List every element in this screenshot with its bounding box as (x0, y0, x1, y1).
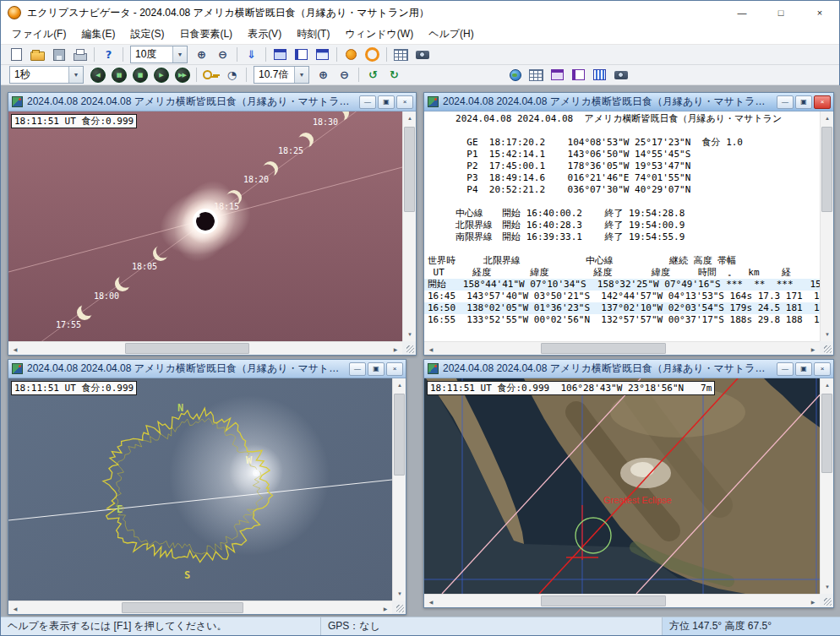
menu-file[interactable]: ファイル(F) (4, 24, 74, 44)
map-hscrollbar[interactable]: ◀▶ (424, 594, 820, 607)
corona-restore-button[interactable]: ▣ (368, 362, 385, 376)
import-elements-button[interactable]: ⇓ (241, 46, 262, 64)
corona-view-button[interactable] (362, 46, 383, 64)
scrollbar-track[interactable] (821, 392, 833, 580)
time-dial-button[interactable]: ◔ (221, 66, 243, 84)
help-button[interactable]: ? (98, 46, 119, 64)
sim-view[interactable]: 17:5518:0018:0518:1518:2018:2518:30 18:1… (8, 111, 402, 341)
scroll-left-button[interactable]: ◀ (8, 342, 22, 356)
resize-grip[interactable] (820, 594, 833, 607)
menu-time[interactable]: 時刻(T) (289, 24, 337, 44)
resize-grip[interactable] (402, 341, 416, 355)
data-hscrollbar[interactable]: ◀▶ (424, 341, 820, 355)
contact-window-button[interactable] (547, 66, 568, 84)
resize-grip[interactable] (392, 601, 406, 614)
scrollbar-thumb[interactable] (122, 602, 243, 613)
capture-button[interactable] (610, 66, 631, 84)
new-file-button[interactable] (6, 46, 27, 64)
scroll-down-button[interactable]: ▼ (821, 580, 834, 594)
map-vscrollbar[interactable]: ▲▼ (820, 378, 833, 594)
data-view-button[interactable] (291, 46, 312, 64)
scroll-left-button[interactable]: ◀ (424, 342, 438, 356)
scrollbar-track[interactable] (403, 125, 416, 328)
eclipse-data-view[interactable]: 2024.04.08 2024.04.08 アメリカ横断皆既日食（月縁あり・マサ… (424, 111, 820, 341)
scroll-up-button[interactable]: ▲ (403, 111, 417, 125)
chevron-down-icon[interactable]: ▼ (172, 46, 187, 63)
menu-help[interactable]: ヘルプ(H) (421, 24, 482, 44)
map-window-titlebar[interactable]: 2024.04.08 2024.04.08 アメリカ横断皆既日食（月縁あり・マサ… (424, 360, 833, 378)
sun-view-button[interactable] (341, 46, 362, 64)
corona-close-button[interactable]: × (386, 362, 403, 376)
scrollbar-track[interactable] (438, 595, 806, 607)
scrollbar-thumb[interactable] (541, 595, 666, 606)
corona-vscrollbar[interactable]: ▲▼ (392, 378, 406, 601)
menu-eclipse-elements[interactable]: 日食要素(L) (172, 24, 240, 44)
scrollbar-track[interactable] (393, 392, 406, 587)
scrollbar-track[interactable] (22, 342, 389, 355)
menu-settings[interactable]: 設定(S) (123, 24, 172, 44)
play-button[interactable]: ▶ (150, 66, 172, 84)
magnification-select[interactable]: 10.7倍▼ (254, 66, 309, 84)
map-view-button[interactable] (312, 46, 333, 64)
maximize-button[interactable]: □ (761, 1, 800, 24)
rotate-left-button[interactable]: ↺ (363, 66, 384, 84)
local-circumstances-button[interactable] (526, 66, 547, 84)
scroll-right-button[interactable]: ▶ (379, 601, 392, 615)
menu-window[interactable]: ウィンドウ(W) (337, 24, 421, 44)
sim-vscrollbar[interactable]: ▲▼ (402, 111, 416, 341)
zoom-out-button[interactable]: ⊖ (212, 46, 233, 64)
mag-zoom-in-button[interactable]: ⊕ (313, 66, 334, 84)
play-reverse-button[interactable]: ◀ (87, 66, 108, 84)
scrollbar-track[interactable] (438, 342, 806, 355)
corona-hscrollbar[interactable]: ◀▶ (8, 601, 392, 614)
corona-window-titlebar[interactable]: 2024.04.08 2024.04.08 アメリカ横断皆既日食（月縁あり・マサ… (8, 360, 406, 378)
chevron-down-icon[interactable]: ▼ (68, 67, 83, 83)
open-file-button[interactable] (27, 46, 48, 64)
scroll-right-button[interactable]: ▶ (389, 342, 402, 356)
map-close-button[interactable]: × (814, 362, 831, 376)
corona-minimize-button[interactable]: — (349, 362, 366, 376)
data-restore-button[interactable]: ▣ (795, 95, 812, 109)
minimize-button[interactable]: — (723, 1, 761, 24)
data-close-button[interactable]: × (814, 95, 831, 109)
ephemeris-table-button[interactable] (390, 46, 412, 64)
sim-hsc rollbar[interactable]: ◀▶ (8, 341, 402, 355)
mag-zoom-out-button[interactable]: ⊖ (334, 66, 355, 84)
corona-view[interactable]: 18:11:51 UT 食分:0.999 N E S W (8, 378, 392, 601)
scrollbar-thumb[interactable] (821, 394, 832, 473)
bar-chart-button[interactable] (589, 66, 610, 84)
scroll-right-button[interactable]: ▶ (806, 342, 820, 356)
scrollbar-track[interactable] (821, 125, 833, 328)
fov-select[interactable]: 10度▼ (130, 46, 188, 63)
chevron-down-icon[interactable]: ▼ (294, 67, 308, 83)
scroll-down-button[interactable]: ▼ (403, 328, 417, 341)
pause-button[interactable]: ▮▮ (108, 66, 129, 84)
scrollbar-thumb[interactable] (821, 127, 832, 212)
sim-window-titlebar[interactable]: 2024.04.08 2024.04.08 アメリカ横断皆既日食（月縁あり・マサ… (8, 93, 416, 111)
map-minimize-button[interactable]: — (777, 362, 794, 376)
zoom-in-button[interactable]: ⊕ (191, 46, 212, 64)
globe-view-button[interactable] (505, 66, 526, 84)
fast-forward-button[interactable]: ▶▶ (172, 66, 193, 84)
window-titlebar[interactable]: エクリプスナビゲータ - 2024.04.08 アメリカ横断皆既日食（月縁あり・… (1, 1, 839, 24)
data-minimize-button[interactable]: — (777, 95, 794, 109)
sim-restore-button[interactable]: ▣ (378, 95, 395, 109)
scrollbar-thumb[interactable] (541, 343, 666, 354)
resize-grip[interactable] (820, 341, 833, 355)
scroll-up-button[interactable]: ▲ (393, 378, 406, 392)
rotate-right-button[interactable]: ↻ (384, 66, 405, 84)
location-key-button[interactable] (200, 66, 221, 84)
data-window-titlebar[interactable]: 2024.04.08 2024.04.08 アメリカ横断皆既日食（月縁あり・マサ… (424, 93, 833, 111)
data-vscrollbar[interactable]: ▲▼ (820, 111, 833, 341)
menu-view[interactable]: 表示(V) (240, 24, 289, 44)
snapshot-button[interactable] (412, 46, 433, 64)
scrollbar-thumb[interactable] (394, 394, 405, 476)
sim-view-button[interactable] (270, 46, 291, 64)
map-restore-button[interactable]: ▣ (795, 362, 812, 376)
map-view[interactable]: 18:11:51 UT 食分:0.999 106°28'43"W 23°18'5… (424, 378, 820, 594)
menu-edit[interactable]: 編集(E) (74, 24, 123, 44)
stop-button[interactable]: ■ (129, 66, 150, 84)
scroll-down-button[interactable]: ▼ (821, 328, 834, 341)
save-button[interactable] (48, 46, 69, 64)
scrollbar-thumb[interactable] (125, 343, 250, 354)
